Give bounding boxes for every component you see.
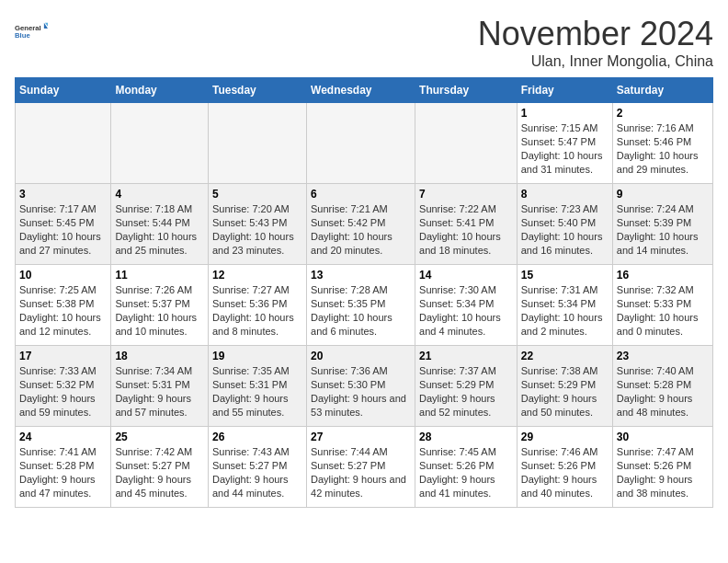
location-subtitle: Ulan, Inner Mongolia, China xyxy=(478,53,713,70)
day-info: Sunrise: 7:21 AM Sunset: 5:42 PM Dayligh… xyxy=(311,202,411,257)
day-number: 21 xyxy=(419,350,513,362)
day-info: Sunrise: 7:20 AM Sunset: 5:43 PM Dayligh… xyxy=(212,202,302,257)
day-info: Sunrise: 7:25 AM Sunset: 5:38 PM Dayligh… xyxy=(19,283,107,338)
day-info: Sunrise: 7:43 AM Sunset: 5:27 PM Dayligh… xyxy=(212,445,302,500)
calendar-cell: 5Sunrise: 7:20 AM Sunset: 5:43 PM Daylig… xyxy=(208,184,306,265)
day-number: 1 xyxy=(521,107,609,120)
calendar-cell: 10Sunrise: 7:25 AM Sunset: 5:38 PM Dayli… xyxy=(16,265,111,346)
day-info: Sunrise: 7:36 AM Sunset: 5:30 PM Dayligh… xyxy=(311,364,411,419)
day-number: 19 xyxy=(212,350,302,362)
calendar-cell: 13Sunrise: 7:28 AM Sunset: 5:35 PM Dayli… xyxy=(307,265,415,346)
day-info: Sunrise: 7:28 AM Sunset: 5:35 PM Dayligh… xyxy=(311,283,411,338)
day-info: Sunrise: 7:37 AM Sunset: 5:29 PM Dayligh… xyxy=(419,364,513,419)
calendar-cell: 7Sunrise: 7:22 AM Sunset: 5:41 PM Daylig… xyxy=(415,184,518,265)
calendar-header-friday: Friday xyxy=(517,78,612,103)
day-number: 12 xyxy=(212,269,302,282)
calendar-cell: 4Sunrise: 7:18 AM Sunset: 5:44 PM Daylig… xyxy=(111,184,209,265)
day-info: Sunrise: 7:46 AM Sunset: 5:26 PM Dayligh… xyxy=(521,445,609,500)
day-number: 7 xyxy=(419,188,513,201)
day-number: 25 xyxy=(115,431,204,443)
calendar-cell: 15Sunrise: 7:31 AM Sunset: 5:34 PM Dayli… xyxy=(517,265,612,346)
day-info: Sunrise: 7:47 AM Sunset: 5:26 PM Dayligh… xyxy=(617,445,709,500)
day-number: 18 xyxy=(115,350,204,362)
day-number: 28 xyxy=(419,431,513,443)
calendar-cell: 8Sunrise: 7:23 AM Sunset: 5:40 PM Daylig… xyxy=(517,184,612,265)
day-number: 14 xyxy=(419,269,513,282)
calendar-table: SundayMondayTuesdayWednesdayThursdayFrid… xyxy=(15,77,713,508)
day-info: Sunrise: 7:42 AM Sunset: 5:27 PM Dayligh… xyxy=(115,445,204,500)
day-number: 20 xyxy=(311,350,411,362)
svg-text:Blue: Blue xyxy=(15,31,30,40)
day-number: 30 xyxy=(617,431,709,443)
day-info: Sunrise: 7:32 AM Sunset: 5:33 PM Dayligh… xyxy=(617,283,709,338)
calendar-cell: 11Sunrise: 7:26 AM Sunset: 5:37 PM Dayli… xyxy=(111,265,209,346)
header: General Blue November 2024 Ulan, Inner M… xyxy=(15,15,713,70)
calendar-cell: 28Sunrise: 7:45 AM Sunset: 5:26 PM Dayli… xyxy=(415,427,518,508)
day-info: Sunrise: 7:30 AM Sunset: 5:34 PM Dayligh… xyxy=(419,283,513,338)
day-number: 16 xyxy=(617,269,709,282)
day-number: 29 xyxy=(521,431,609,443)
calendar-cell xyxy=(111,103,209,184)
calendar-cell: 12Sunrise: 7:27 AM Sunset: 5:36 PM Dayli… xyxy=(208,265,306,346)
day-info: Sunrise: 7:15 AM Sunset: 5:47 PM Dayligh… xyxy=(521,121,609,176)
day-info: Sunrise: 7:16 AM Sunset: 5:46 PM Dayligh… xyxy=(617,121,709,176)
day-info: Sunrise: 7:22 AM Sunset: 5:41 PM Dayligh… xyxy=(419,202,513,257)
day-info: Sunrise: 7:23 AM Sunset: 5:40 PM Dayligh… xyxy=(521,202,609,257)
svg-text:General: General xyxy=(15,24,41,32)
calendar-cell: 26Sunrise: 7:43 AM Sunset: 5:27 PM Dayli… xyxy=(208,427,306,508)
month-title: November 2024 xyxy=(478,15,713,53)
day-number: 13 xyxy=(311,269,411,282)
day-number: 24 xyxy=(19,431,107,443)
day-info: Sunrise: 7:34 AM Sunset: 5:31 PM Dayligh… xyxy=(115,364,204,419)
day-number: 4 xyxy=(115,188,204,201)
day-number: 9 xyxy=(617,188,709,201)
calendar-cell: 6Sunrise: 7:21 AM Sunset: 5:42 PM Daylig… xyxy=(307,184,415,265)
day-info: Sunrise: 7:45 AM Sunset: 5:26 PM Dayligh… xyxy=(419,445,513,500)
calendar-cell: 1Sunrise: 7:15 AM Sunset: 5:47 PM Daylig… xyxy=(517,103,612,184)
calendar-cell: 16Sunrise: 7:32 AM Sunset: 5:33 PM Dayli… xyxy=(612,265,712,346)
calendar-cell: 29Sunrise: 7:46 AM Sunset: 5:26 PM Dayli… xyxy=(517,427,612,508)
day-number: 27 xyxy=(311,431,411,443)
calendar-cell: 25Sunrise: 7:42 AM Sunset: 5:27 PM Dayli… xyxy=(111,427,209,508)
day-number: 22 xyxy=(521,350,609,362)
day-info: Sunrise: 7:44 AM Sunset: 5:27 PM Dayligh… xyxy=(311,445,411,500)
calendar-cell: 18Sunrise: 7:34 AM Sunset: 5:31 PM Dayli… xyxy=(111,346,209,427)
day-number: 23 xyxy=(617,350,709,362)
calendar-header-saturday: Saturday xyxy=(612,78,712,103)
day-info: Sunrise: 7:27 AM Sunset: 5:36 PM Dayligh… xyxy=(212,283,302,338)
calendar-header-tuesday: Tuesday xyxy=(208,78,306,103)
day-info: Sunrise: 7:33 AM Sunset: 5:32 PM Dayligh… xyxy=(19,364,107,419)
day-number: 6 xyxy=(311,188,411,201)
calendar-header-thursday: Thursday xyxy=(415,78,518,103)
day-number: 11 xyxy=(115,269,204,282)
calendar-cell: 17Sunrise: 7:33 AM Sunset: 5:32 PM Dayli… xyxy=(16,346,111,427)
day-info: Sunrise: 7:41 AM Sunset: 5:28 PM Dayligh… xyxy=(19,445,107,500)
logo-svg: General Blue xyxy=(15,15,48,48)
day-number: 3 xyxy=(19,188,107,201)
calendar-cell xyxy=(307,103,415,184)
calendar-header-wednesday: Wednesday xyxy=(307,78,415,103)
day-number: 8 xyxy=(521,188,609,201)
day-info: Sunrise: 7:17 AM Sunset: 5:45 PM Dayligh… xyxy=(19,202,107,257)
day-number: 5 xyxy=(212,188,302,201)
day-info: Sunrise: 7:35 AM Sunset: 5:31 PM Dayligh… xyxy=(212,364,302,419)
day-info: Sunrise: 7:31 AM Sunset: 5:34 PM Dayligh… xyxy=(521,283,609,338)
calendar-cell: 21Sunrise: 7:37 AM Sunset: 5:29 PM Dayli… xyxy=(415,346,518,427)
day-info: Sunrise: 7:24 AM Sunset: 5:39 PM Dayligh… xyxy=(617,202,709,257)
calendar-cell: 30Sunrise: 7:47 AM Sunset: 5:26 PM Dayli… xyxy=(612,427,712,508)
calendar-cell: 22Sunrise: 7:38 AM Sunset: 5:29 PM Dayli… xyxy=(517,346,612,427)
calendar-cell: 27Sunrise: 7:44 AM Sunset: 5:27 PM Dayli… xyxy=(307,427,415,508)
logo: General Blue xyxy=(15,15,48,48)
calendar-cell: 23Sunrise: 7:40 AM Sunset: 5:28 PM Dayli… xyxy=(612,346,712,427)
calendar-header-sunday: Sunday xyxy=(16,78,111,103)
title-area: November 2024 Ulan, Inner Mongolia, Chin… xyxy=(478,15,713,70)
calendar-cell: 19Sunrise: 7:35 AM Sunset: 5:31 PM Dayli… xyxy=(208,346,306,427)
calendar-cell xyxy=(16,103,111,184)
calendar-cell: 3Sunrise: 7:17 AM Sunset: 5:45 PM Daylig… xyxy=(16,184,111,265)
calendar-cell: 2Sunrise: 7:16 AM Sunset: 5:46 PM Daylig… xyxy=(612,103,712,184)
day-info: Sunrise: 7:40 AM Sunset: 5:28 PM Dayligh… xyxy=(617,364,709,419)
day-number: 15 xyxy=(521,269,609,282)
calendar-cell: 24Sunrise: 7:41 AM Sunset: 5:28 PM Dayli… xyxy=(16,427,111,508)
calendar-cell xyxy=(208,103,306,184)
calendar-header-monday: Monday xyxy=(111,78,209,103)
